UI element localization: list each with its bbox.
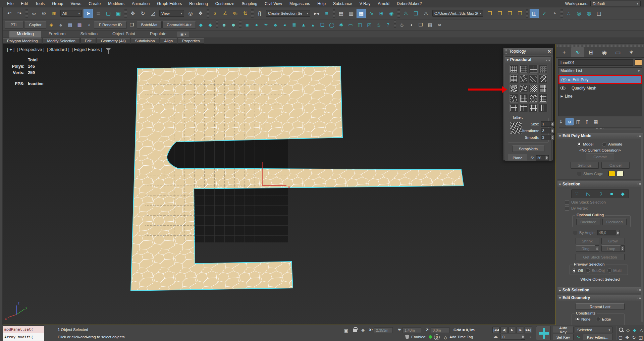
pattern-brick-large-button[interactable] bbox=[529, 65, 538, 73]
edge-mode-icon[interactable]: ◺ bbox=[586, 191, 590, 196]
viewport-menu[interactable]: [ Edged Faces ] bbox=[72, 47, 102, 52]
make-unique-icon[interactable]: ◫ bbox=[574, 118, 582, 125]
shrink-button[interactable]: Shrink bbox=[576, 238, 599, 244]
select-and-scale-icon[interactable]: ◿ bbox=[148, 9, 158, 18]
landscape-icon[interactable]: ▲ bbox=[299, 21, 308, 29]
modifier-stack-row[interactable]: Line bbox=[558, 92, 642, 100]
x-coordinate-field[interactable]: 2,353m bbox=[374, 327, 393, 333]
pattern-honeycomb-button[interactable] bbox=[539, 65, 547, 73]
robot-b-icon[interactable]: ☻ bbox=[229, 21, 238, 29]
object-name-field[interactable]: Line001 bbox=[558, 59, 633, 66]
time-tag-cube-icon[interactable]: ◇ bbox=[442, 334, 449, 340]
undo-icon[interactable]: ↶ bbox=[5, 9, 14, 18]
ribbon-group-button[interactable]: Modify Selection bbox=[43, 38, 79, 44]
by-vertex-checkbox[interactable] bbox=[565, 206, 569, 211]
loop-spinner[interactable] bbox=[621, 245, 625, 252]
key-mode-toggle-icon[interactable]: ◀▶ bbox=[492, 334, 499, 340]
remove-modifier-icon[interactable]: ▯ bbox=[583, 118, 591, 125]
light-icon[interactable]: ● bbox=[252, 21, 261, 29]
s-spinner[interactable] bbox=[545, 155, 549, 161]
frame-spinner[interactable] bbox=[521, 334, 525, 340]
substance-map-icon[interactable]: ◍ bbox=[584, 9, 594, 18]
select-and-move-icon[interactable]: ✥ bbox=[128, 9, 138, 18]
close-icon[interactable]: ✕ bbox=[547, 49, 551, 54]
y-coordinate-field[interactable]: 1,43m bbox=[402, 327, 421, 333]
smooth-spinner[interactable] bbox=[551, 135, 554, 140]
selection-lock-toggle-icon[interactable] bbox=[353, 327, 357, 332]
backface-button[interactable]: Backface bbox=[576, 219, 600, 225]
plane-button[interactable]: Plane bbox=[508, 155, 527, 161]
modifier-list-dropdown[interactable]: Modifier List bbox=[558, 67, 642, 74]
show-cage-checkbox[interactable] bbox=[577, 172, 581, 176]
grow-button[interactable]: Grow bbox=[601, 238, 625, 244]
zoom-extents-selected-icon[interactable]: ◆ bbox=[631, 327, 638, 333]
render-production-icon[interactable]: ♨ bbox=[421, 9, 431, 18]
menu-item[interactable]: Edit bbox=[17, 0, 32, 7]
spinner-snap-icon[interactable]: ⇅ bbox=[240, 9, 250, 18]
pattern-brick-rows-button[interactable] bbox=[519, 65, 528, 73]
pattern-columns-wide-button[interactable] bbox=[519, 104, 528, 112]
cat-tool-icon[interactable]: ◖ bbox=[85, 21, 93, 29]
schematic-view-icon[interactable]: ⊞ bbox=[377, 9, 386, 18]
angle-field[interactable]: 45,0 bbox=[597, 230, 616, 235]
scene-panel-icon[interactable]: ▤ bbox=[426, 21, 434, 29]
size-field[interactable]: 1 bbox=[541, 121, 551, 127]
zoom-icon[interactable] bbox=[619, 327, 624, 333]
select-by-name-icon[interactable]: ≣ bbox=[94, 9, 103, 18]
ptl-button[interactable]: PTL bbox=[5, 21, 23, 29]
pattern-organic-curves-button[interactable] bbox=[509, 94, 518, 103]
viewport-menu[interactable]: [ Standard ] bbox=[47, 47, 69, 52]
named-selection-sets-dropdown[interactable]: Create Selection Se bbox=[266, 10, 310, 17]
sun-icon[interactable]: ☀ bbox=[262, 21, 270, 29]
ribbon-group-button[interactable]: Edit bbox=[80, 38, 96, 44]
pattern-voronoi-scatter-button[interactable] bbox=[509, 84, 518, 93]
use-stack-selection-checkbox[interactable] bbox=[565, 200, 569, 205]
scene-security-shield-icon[interactable] bbox=[405, 335, 409, 339]
pattern-voronoi-round-button[interactable] bbox=[529, 94, 538, 103]
pattern-voronoi-angled-button[interactable] bbox=[519, 84, 528, 93]
viewport-menu[interactable]: [ Perspective ] bbox=[17, 47, 44, 52]
polygon-mode-icon[interactable]: ■ bbox=[610, 191, 613, 196]
forest-tool-icon[interactable]: ♠ bbox=[56, 21, 65, 29]
flame-icon[interactable]: ▴ bbox=[309, 21, 317, 29]
scatter-tool-icon[interactable]: ◈ bbox=[47, 21, 56, 29]
menu-item[interactable]: Group bbox=[48, 0, 67, 7]
new-key-tangents-icon[interactable]: ∿ bbox=[575, 334, 582, 340]
repeat-last-button[interactable]: Repeat Last bbox=[576, 303, 625, 310]
pattern-dense-grid-button[interactable] bbox=[539, 94, 547, 103]
set-key-button[interactable]: Set Key bbox=[553, 334, 574, 340]
menu-item[interactable]: Animation bbox=[128, 0, 153, 7]
select-and-manipulate-icon[interactable]: ❖ bbox=[196, 9, 205, 18]
menu-item[interactable]: Help bbox=[314, 0, 329, 7]
isolate-selection-icon[interactable]: ∴ bbox=[564, 9, 574, 18]
ring-spinner[interactable] bbox=[595, 245, 599, 252]
model-radio[interactable] bbox=[577, 142, 581, 147]
modifier-stack-row[interactable]: Quadify Mesh bbox=[558, 84, 642, 92]
iterations-spinner[interactable] bbox=[551, 128, 554, 133]
key-filters-button[interactable]: Key Filters... bbox=[583, 334, 612, 340]
workspace-dropdown[interactable]: Default bbox=[590, 1, 641, 6]
tatter-pattern-button[interactable] bbox=[510, 122, 522, 134]
menu-item[interactable]: File bbox=[3, 0, 17, 7]
constraint-edge-radio[interactable] bbox=[596, 317, 600, 321]
select-object-icon[interactable]: ➤ bbox=[84, 9, 93, 18]
toggle-ribbon-icon[interactable]: ▦ bbox=[357, 9, 366, 18]
curve-editor-icon[interactable]: ∿ bbox=[367, 9, 376, 18]
ribbon-tab[interactable]: Modeling bbox=[9, 31, 41, 38]
tree-icon[interactable]: ♣ bbox=[271, 21, 280, 29]
macro-recorder-icon[interactable]: ❐ bbox=[515, 9, 525, 18]
vray-quick-settings-icon[interactable]: ✓ bbox=[540, 9, 549, 18]
ribbon-group-button[interactable]: Properties bbox=[178, 38, 204, 44]
snaps-toggle-icon[interactable]: 3 bbox=[210, 9, 220, 18]
toggle-scene-explorer-icon[interactable]: ▤ bbox=[336, 9, 346, 18]
ribbon-group-button[interactable]: Geometry (All) bbox=[97, 38, 130, 44]
vfb-window-icon[interactable]: ▭ bbox=[346, 21, 355, 29]
ribbon-tab[interactable]: Populate bbox=[143, 31, 174, 38]
panel-drag-strip[interactable] bbox=[557, 45, 643, 47]
isolate-selection-toggle-icon[interactable]: ▣ bbox=[343, 327, 350, 333]
lister-icon[interactable]: ≣ bbox=[290, 21, 299, 29]
panel-divider[interactable] bbox=[559, 127, 641, 129]
new-script-icon[interactable]: ❐ bbox=[485, 9, 494, 18]
align-icon[interactable]: ≡ bbox=[322, 9, 331, 18]
percent-snap-icon[interactable]: % bbox=[230, 9, 240, 18]
